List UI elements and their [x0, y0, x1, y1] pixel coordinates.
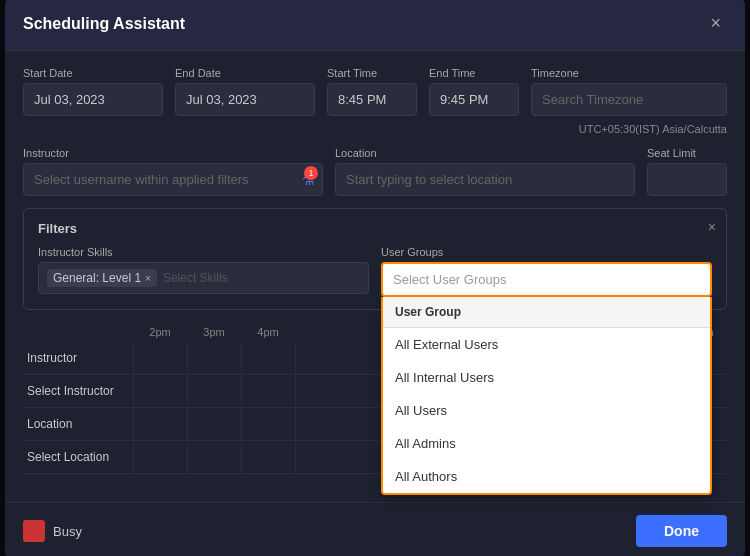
seat-limit-input[interactable] [647, 163, 727, 196]
filters-row: Instructor Skills General: Level 1 × Sel… [38, 246, 712, 297]
grid-time-2pm: 2pm [133, 322, 187, 342]
scheduling-assistant-modal: Scheduling Assistant × Start Date End Da… [5, 0, 745, 556]
grid-cell [241, 342, 295, 374]
filters-section: Filters × Instructor Skills General: Lev… [23, 208, 727, 310]
end-time-group: End Time [429, 67, 519, 116]
skill-tag-text: General: Level 1 [53, 271, 141, 285]
grid-label-location: Location [23, 409, 133, 439]
busy-label: Busy [53, 524, 82, 539]
grid-cell [187, 408, 241, 440]
dropdown-item[interactable]: All Users [383, 394, 710, 427]
date-time-row: Start Date End Date Start Time End Time … [23, 67, 727, 135]
grid-cell [241, 441, 295, 473]
grid-cell [133, 342, 187, 374]
dropdown-item[interactable]: All Admins [383, 427, 710, 460]
filter-icon-wrapper: ⚗ 1 [302, 171, 315, 189]
location-header-input[interactable] [335, 163, 635, 196]
dropdown-item[interactable]: All External Users [383, 328, 710, 361]
grid-time-3pm: 3pm [187, 322, 241, 342]
instructor-input-wrapper: ⚗ 1 [23, 163, 323, 196]
start-date-input[interactable] [23, 83, 163, 116]
filters-close-button[interactable]: × [708, 219, 716, 235]
close-button[interactable]: × [704, 11, 727, 36]
seat-limit-label: Seat Limit [647, 147, 727, 159]
skill-tag-remove[interactable]: × [145, 273, 151, 284]
grid-cell [187, 441, 241, 473]
user-groups-group: User Groups User Group All External User… [381, 246, 712, 297]
grid-cell [187, 342, 241, 374]
end-date-label: End Date [175, 67, 315, 79]
seat-limit-group: Seat Limit [647, 147, 727, 196]
location-header-label: Location [335, 147, 635, 159]
grid-cell [241, 375, 295, 407]
grid-cell [187, 375, 241, 407]
timezone-label: Timezone [531, 67, 727, 79]
location-header-group: Location [335, 147, 635, 196]
grid-cell [241, 408, 295, 440]
timezone-group: Timezone UTC+05:30(IST) Asia/Calcutta [531, 67, 727, 135]
grid-label-select-instructor: Select Instructor [23, 376, 133, 406]
filter-badge: 1 [304, 166, 318, 180]
modal-footer: Busy Done [5, 502, 745, 556]
instructor-label: Instructor [23, 147, 323, 159]
user-groups-input[interactable] [381, 262, 712, 297]
dropdown-item[interactable]: All Authors [383, 460, 710, 493]
done-button[interactable]: Done [636, 515, 727, 547]
end-date-group: End Date [175, 67, 315, 116]
grid-time-4pm: 4pm [241, 322, 295, 342]
modal-body: Start Date End Date Start Time End Time … [5, 51, 745, 502]
skills-group: Instructor Skills General: Level 1 × Sel… [38, 246, 369, 294]
start-date-group: Start Date [23, 67, 163, 116]
grid-label-select-location: Select Location [23, 442, 133, 472]
start-time-input[interactable] [327, 83, 417, 116]
grid-cell [133, 375, 187, 407]
grid-cell [133, 408, 187, 440]
grid-label-instructor: Instructor [23, 343, 133, 373]
busy-indicator: Busy [23, 520, 82, 542]
end-date-input[interactable] [175, 83, 315, 116]
skills-placeholder: Select Skills [163, 271, 228, 285]
dropdown-header: User Group [383, 297, 710, 328]
end-time-label: End Time [429, 67, 519, 79]
end-time-input[interactable] [429, 83, 519, 116]
user-groups-dropdown: User Group All External Users All Intern… [381, 297, 712, 495]
skills-input-row[interactable]: General: Level 1 × Select Skills [38, 262, 369, 294]
timezone-note: UTC+05:30(IST) Asia/Calcutta [531, 123, 727, 135]
instructor-input[interactable] [23, 163, 323, 196]
instructor-group: Instructor ⚗ 1 [23, 147, 323, 196]
skills-label: Instructor Skills [38, 246, 369, 258]
busy-box [23, 520, 45, 542]
filters-title: Filters [38, 221, 712, 236]
start-time-group: Start Time [327, 67, 417, 116]
grid-cell [133, 441, 187, 473]
skill-tag: General: Level 1 × [47, 269, 157, 287]
modal-header: Scheduling Assistant × [5, 0, 745, 51]
dropdown-item[interactable]: All Internal Users [383, 361, 710, 394]
instructor-location-row: Instructor ⚗ 1 Location Seat Limit [23, 147, 727, 196]
user-groups-label: User Groups [381, 246, 712, 258]
start-time-label: Start Time [327, 67, 417, 79]
modal-title: Scheduling Assistant [23, 15, 185, 33]
start-date-label: Start Date [23, 67, 163, 79]
timezone-input[interactable] [531, 83, 727, 116]
modal-overlay: Scheduling Assistant × Start Date End Da… [0, 0, 750, 556]
